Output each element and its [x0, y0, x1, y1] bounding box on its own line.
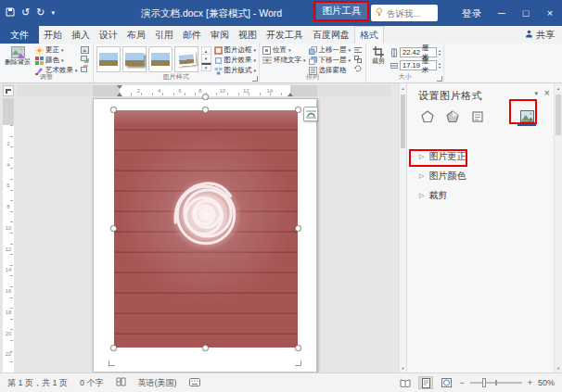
tab-layout[interactable]: 布局 [122, 26, 150, 44]
language-indicator[interactable]: 英语(美国) [138, 377, 177, 389]
page-indicator[interactable]: 第 1 页，共 1 页 [7, 377, 68, 389]
gallery-up-icon[interactable]: ▴ [201, 46, 211, 55]
minimize-button[interactable]: ─ [490, 0, 514, 26]
section-picture-color[interactable]: ▷ 图片颜色 [419, 170, 466, 183]
bring-forward-button[interactable]: 上移一层 ▾ [309, 45, 351, 55]
word-count[interactable]: 0 个字 [80, 377, 104, 389]
pane-options-icon[interactable]: ▾ [534, 90, 538, 97]
compress-picture-icon[interactable] [81, 45, 90, 54]
tab-file[interactable]: 文件 [0, 26, 39, 44]
resize-handle[interactable] [295, 225, 301, 232]
resize-handle[interactable] [295, 345, 301, 351]
document-page[interactable] [93, 98, 317, 373]
sign-in-button[interactable]: 登录 [462, 7, 481, 20]
wrap-text-button[interactable]: 环绕文字 ▾ [262, 56, 306, 65]
tab-home[interactable]: 开始 [39, 26, 67, 44]
zoom-slider-thumb[interactable] [482, 378, 486, 387]
web-layout-button[interactable] [439, 376, 453, 389]
selected-picture[interactable] [114, 110, 298, 348]
resize-handle[interactable] [110, 107, 117, 113]
tab-review[interactable]: 审阅 [206, 26, 234, 44]
tab-view[interactable]: 视图 [234, 26, 262, 44]
align-icon[interactable] [353, 45, 363, 54]
zoom-slider[interactable] [470, 382, 522, 384]
tab-format[interactable]: 格式 [354, 26, 384, 44]
picture-icon[interactable] [517, 107, 536, 126]
color-button[interactable]: 颜色 ▾ [35, 56, 78, 65]
spin-down-icon[interactable]: ▾ [439, 66, 441, 70]
gallery-down-icon[interactable]: ▾ [201, 55, 211, 63]
scrollbar-thumb[interactable] [401, 95, 405, 148]
tab-design[interactable]: 设计 [95, 26, 122, 44]
left-indent-marker[interactable] [117, 93, 122, 96]
tab-baidu-netdisk[interactable]: 百度网盘 [308, 26, 354, 44]
resize-handle[interactable] [202, 107, 209, 113]
layout-properties-icon[interactable] [468, 107, 487, 126]
pane-close-icon[interactable]: × [544, 87, 550, 98]
picture-style-option[interactable] [148, 46, 172, 72]
scrollbar-thumb[interactable] [556, 95, 561, 135]
scroll-down-icon[interactable]: ▼ [400, 363, 406, 373]
corrections-button[interactable]: 更正 ▾ [35, 45, 78, 55]
fill-line-icon[interactable] [418, 107, 437, 126]
read-mode-button[interactable] [398, 376, 413, 389]
rotate-handle[interactable] [202, 94, 209, 100]
tell-me-box[interactable] [371, 5, 438, 21]
zoom-in-button[interactable]: + [528, 378, 532, 387]
picture-style-option[interactable] [96, 46, 121, 72]
zoom-out-button[interactable]: − [459, 378, 464, 387]
scroll-up-icon[interactable]: ▲ [555, 83, 562, 93]
redo-icon[interactable]: ↻ [36, 7, 45, 18]
resize-handle[interactable] [110, 345, 117, 351]
section-crop[interactable]: ▷ 裁剪 [419, 189, 447, 202]
maximize-button[interactable]: □ [514, 0, 538, 26]
change-picture-icon[interactable] [81, 55, 90, 63]
picture-border-button[interactable]: 图片边框 ▾ [214, 45, 257, 55]
pane-scrollbar[interactable]: ▲ ▼ [554, 83, 562, 373]
resize-handle[interactable] [295, 107, 301, 113]
width-input[interactable]: 17.19 厘米 [400, 60, 437, 70]
qat-customize-icon[interactable]: ▾ [51, 9, 55, 16]
close-button[interactable]: × [538, 0, 562, 26]
picture-style-option[interactable] [122, 46, 147, 72]
spin-down-icon[interactable]: ▾ [439, 53, 441, 57]
group-objects-icon[interactable] [353, 55, 363, 63]
picture-effects-button[interactable]: 图片效果 ▾ [214, 56, 257, 65]
picture-style-option[interactable] [174, 46, 198, 72]
send-backward-button[interactable]: 下移一层 ▾ [309, 56, 351, 65]
document-scrollbar[interactable]: ▲ ▼ [399, 83, 406, 373]
width-spinner[interactable]: ▴ ▾ [439, 62, 441, 70]
spellcheck-icon[interactable] [116, 377, 126, 388]
crop-button[interactable]: 裁剪 [369, 45, 388, 72]
layout-options-button[interactable] [303, 107, 318, 121]
tab-stop-selector[interactable] [3, 85, 14, 96]
dialog-launcher-icon[interactable] [252, 76, 258, 82]
print-layout-button[interactable] [418, 376, 433, 389]
first-line-indent-marker[interactable] [117, 85, 122, 89]
dialog-launcher-icon[interactable] [437, 76, 442, 82]
save-icon[interactable] [6, 7, 15, 17]
effects-icon[interactable] [443, 107, 462, 126]
zoom-level[interactable]: 50% [538, 378, 555, 387]
remove-background-button[interactable]: 删除背景 [3, 45, 32, 72]
undo-icon[interactable]: ↺ [21, 7, 30, 18]
vertical-ruler[interactable]: 246810121416182022 [3, 98, 14, 373]
resize-handle[interactable] [110, 225, 117, 232]
tab-references[interactable]: 引用 [150, 26, 178, 44]
resize-handle[interactable] [202, 345, 209, 351]
section-picture-corrections[interactable]: ▷ 图片更正 [419, 150, 466, 163]
gallery-more-icon[interactable]: ▾ [201, 63, 211, 71]
tab-developer[interactable]: 开发工具 [262, 26, 308, 44]
position-button[interactable]: 位置 ▾ [262, 45, 306, 55]
height-spinner[interactable]: ▴ ▾ [439, 49, 441, 57]
tab-mailings[interactable]: 邮件 [178, 26, 206, 44]
share-button[interactable]: 共享 [517, 26, 562, 44]
scroll-up-icon[interactable]: ▲ [400, 83, 406, 93]
rotate-icon[interactable] [353, 64, 363, 72]
right-indent-marker[interactable] [287, 93, 293, 96]
reset-picture-icon[interactable] [81, 64, 90, 72]
scroll-down-icon[interactable]: ▼ [555, 363, 562, 373]
input-method-icon[interactable] [189, 378, 200, 388]
tab-insert[interactable]: 插入 [67, 26, 95, 44]
tell-me-input[interactable] [387, 8, 431, 19]
